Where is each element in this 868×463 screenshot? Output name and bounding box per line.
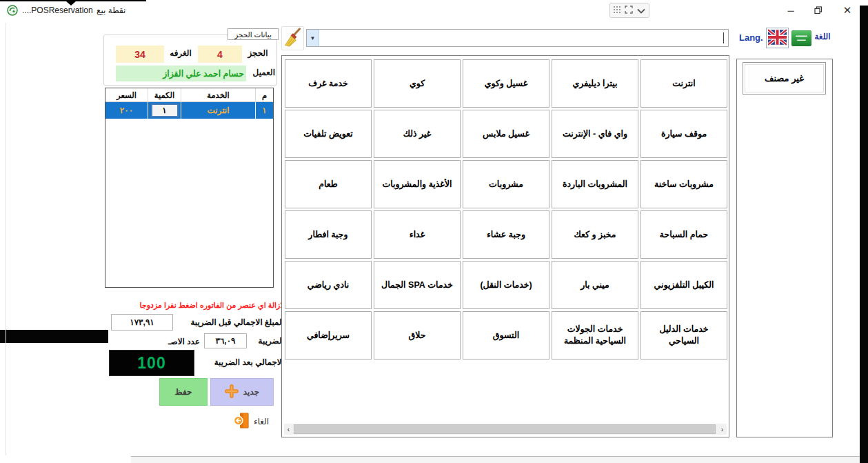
service-button[interactable]: حلاق xyxy=(374,311,461,359)
categories-panel: غير مصنف xyxy=(736,59,833,437)
service-button[interactable]: غداء xyxy=(374,210,461,259)
caret-down-icon: ▼ xyxy=(310,35,316,41)
text-cursor xyxy=(723,32,724,43)
customer-label: العميل xyxy=(248,68,275,77)
total-after-tax-display: 100 xyxy=(109,350,194,376)
window-bottom-edge xyxy=(131,456,860,463)
service-button[interactable]: حمام السباحة xyxy=(640,210,727,259)
titlebar-mini-toolbar xyxy=(609,3,649,18)
service-button[interactable]: (خدمات النقل) xyxy=(463,261,549,309)
service-button[interactable]: الأغذية والمشروبات xyxy=(374,160,461,208)
services-grid-panel: انترنت بيترا ديليفري غسيل وكوي كوي خدمة … xyxy=(281,55,729,437)
arabic-flag-button[interactable] xyxy=(791,30,811,46)
window-frame-left xyxy=(6,23,6,455)
combo-dropdown-arrow[interactable]: ▼ xyxy=(307,30,319,46)
cell-price: ٢٠٠ xyxy=(105,102,148,119)
before-tax-value[interactable] xyxy=(111,314,173,331)
exit-door-icon xyxy=(233,411,250,432)
pos-window: ....POSReservation نقطة بيع xyxy=(0,0,868,463)
before-tax-label: المبلغ الاجمالي قبل الضريبة xyxy=(174,317,284,327)
services-grid: انترنت بيترا ديليفري غسيل وكوي كوي خدمة … xyxy=(285,59,727,359)
scroll-right-arrow[interactable]: › xyxy=(718,424,727,435)
service-button[interactable]: تعويض تلفيات xyxy=(285,110,372,158)
column-header-number: م xyxy=(256,88,273,101)
service-button[interactable]: وجبة عشاء xyxy=(463,210,549,259)
booking-label: الحجز xyxy=(243,48,272,58)
items-count-label: عدد الاصـ xyxy=(152,337,200,346)
cancel-button[interactable]: الغاء xyxy=(233,410,276,433)
service-button[interactable]: المشروبات الباردة xyxy=(552,160,638,208)
invoice-table[interactable]: السعر الكمية الخدمة م ٢٠٠ انترنت ١ xyxy=(105,88,274,288)
service-button[interactable]: خدمات الدليل السياحي xyxy=(640,311,727,359)
service-search-combobox[interactable]: ▼ xyxy=(306,29,729,47)
window-title-arabic: نقطة بيع xyxy=(97,6,125,15)
service-button[interactable]: خدمات الجولات السياحية المنظمة xyxy=(552,311,638,359)
room-number-value: 34 xyxy=(116,46,164,63)
new-button-label: جديد xyxy=(243,387,259,397)
plus-icon xyxy=(225,384,239,400)
fullscreen-icon[interactable] xyxy=(625,4,633,17)
close-button[interactable]: ✕ xyxy=(838,3,856,18)
service-button[interactable]: مخبز و كعك xyxy=(552,210,638,259)
desktop-edge-strip xyxy=(860,6,868,463)
after-tax-label: الاجمالي بعد الضريبة xyxy=(197,357,284,367)
service-button[interactable]: مشروبات ساخنة xyxy=(640,160,727,208)
service-button[interactable]: انترنت xyxy=(640,59,727,108)
reservation-groupbox: 34 الغرفه 4 الحجز حسام احمد علي القزاز ا… xyxy=(103,35,277,86)
cell-service: انترنت xyxy=(181,102,256,119)
lang-label-arabic: اللغة xyxy=(812,32,833,41)
column-header-service: الخدمة xyxy=(181,88,256,101)
service-button[interactable]: غير ذلك xyxy=(374,110,461,158)
service-button[interactable]: سريرإضافي xyxy=(285,311,372,359)
service-button[interactable]: مشروبات xyxy=(463,160,549,208)
service-button[interactable]: غسيل ملابس xyxy=(463,110,549,158)
column-header-qty: الكمية xyxy=(148,88,181,101)
service-button[interactable]: واي فاي - الإنترنت xyxy=(552,110,638,158)
column-header-price: السعر xyxy=(105,88,148,101)
service-button[interactable]: غسيل وكوي xyxy=(463,59,549,108)
service-combo-input[interactable] xyxy=(319,30,728,46)
category-uncategorized-button[interactable]: غير مصنف xyxy=(743,62,826,95)
service-button[interactable]: كوي xyxy=(374,59,461,108)
app-icon xyxy=(7,5,18,19)
grid-dots-icon[interactable] xyxy=(614,4,621,17)
horizontal-scrollbar[interactable]: ‹ › xyxy=(284,424,727,435)
service-button[interactable]: التسوق xyxy=(463,311,549,359)
broom-icon xyxy=(283,27,303,50)
english-flag-button[interactable] xyxy=(766,28,789,48)
remove-item-note: * لازالة اي عنصر من الفاتوره اضغط نقرا م… xyxy=(102,301,290,310)
saudi-flag-icon xyxy=(791,38,811,48)
table-row[interactable]: ٢٠٠ انترنت ١ xyxy=(105,102,273,119)
service-button[interactable]: خدمة غرف xyxy=(285,59,372,108)
lang-label-english: Lang. xyxy=(739,32,767,43)
service-button[interactable]: وجبة افطار xyxy=(285,210,372,259)
cancel-button-label: الغاء xyxy=(254,417,269,426)
clear-broom-button[interactable] xyxy=(281,26,304,50)
restore-button[interactable] xyxy=(809,3,827,18)
service-button[interactable]: خدمات SPA الجمال xyxy=(374,261,461,309)
window-title-latin: ....POSReservation xyxy=(22,6,93,15)
cell-number: ١ xyxy=(256,102,273,119)
service-button[interactable]: موقف سيارة xyxy=(640,110,727,158)
window-title: ....POSReservation نقطة بيع xyxy=(22,6,125,15)
service-button[interactable]: نادي رياضي xyxy=(285,261,372,309)
new-button[interactable]: جديد xyxy=(210,378,274,406)
scrollbar-thumb[interactable] xyxy=(294,424,716,434)
service-button[interactable]: طعام xyxy=(285,160,372,208)
invoice-table-header: السعر الكمية الخدمة م xyxy=(105,88,273,102)
service-button[interactable]: الكيبل التلفزيوني xyxy=(640,261,727,309)
minimize-button[interactable]: ─ xyxy=(782,3,800,18)
customer-name-value: حسام احمد علي القزاز xyxy=(116,66,246,81)
chevron-down-icon[interactable] xyxy=(637,4,645,17)
overlapping-black-bar xyxy=(0,330,108,343)
scroll-left-arrow[interactable]: ‹ xyxy=(284,424,293,435)
service-button[interactable]: ميني بار xyxy=(552,261,638,309)
reservation-group-title: بيانات الحجز xyxy=(228,28,279,40)
service-button[interactable]: بيترا ديليفري xyxy=(552,59,638,108)
quantity-input[interactable] xyxy=(151,104,179,117)
save-button[interactable]: حفظ xyxy=(159,378,208,406)
tax-value[interactable] xyxy=(204,333,247,348)
tax-label: الضريبة xyxy=(248,336,284,346)
room-label: الغرفه xyxy=(165,48,196,58)
uk-flag-icon xyxy=(768,29,787,48)
